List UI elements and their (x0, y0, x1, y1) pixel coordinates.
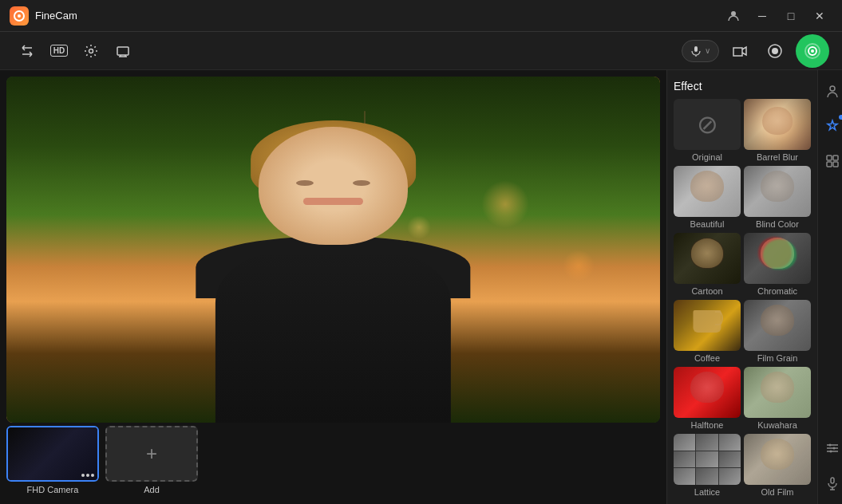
titlebar-controls: ─ □ ✕ (721, 5, 832, 27)
camera-thumb-label: FHD Camera (27, 485, 79, 494)
effect-lattice[interactable]: Lattice (674, 434, 741, 498)
effect-lattice-label: Lattice (694, 487, 720, 497)
svg-point-8 (772, 48, 778, 54)
side-account-button[interactable] (818, 77, 842, 105)
effect-chromatic-label: Chromatic (757, 286, 797, 296)
dropdown-arrow: ∨ (705, 46, 710, 55)
effect-kuwahara-thumb (744, 367, 811, 418)
fhd-camera-thumb[interactable] (6, 426, 99, 482)
person-body (215, 251, 451, 423)
effect-blind-color-thumb (744, 166, 811, 217)
side-effects-button[interactable] (818, 112, 842, 140)
active-dot (839, 115, 842, 120)
virtual-bg-button[interactable] (109, 37, 137, 65)
svg-point-11 (811, 49, 814, 53)
titlebar: FineCam ─ □ ✕ (0, 0, 842, 32)
svg-rect-23 (831, 478, 834, 483)
account-button[interactable] (721, 5, 746, 27)
video-preview (6, 77, 660, 423)
effect-coffee-thumb (674, 300, 741, 351)
camera-button[interactable] (725, 37, 754, 65)
thumb-dots (81, 474, 94, 477)
svg-point-1 (18, 14, 21, 18)
svg-point-21 (833, 447, 836, 450)
effect-blind-color-label: Blind Color (756, 219, 799, 229)
record-button[interactable] (761, 37, 789, 65)
app-logo (10, 6, 29, 26)
effect-chromatic-thumb (744, 233, 811, 284)
effect-panel-title: Effect (674, 77, 811, 99)
close-button[interactable]: ✕ (807, 5, 832, 27)
mic-dropdown[interactable]: ∨ (682, 40, 719, 62)
effect-lattice-thumb (674, 434, 741, 485)
effect-original-label: Original (692, 152, 722, 162)
side-adjust-button[interactable] (818, 434, 842, 463)
effect-kuwahara-label: Kuwahara (757, 420, 797, 430)
settings-button[interactable] (77, 37, 105, 65)
video-image (6, 77, 660, 423)
svg-point-22 (830, 451, 832, 453)
thumb-inner (8, 427, 97, 480)
effect-cartoon[interactable]: Cartoon (674, 233, 741, 297)
app-title: FineCam (35, 10, 77, 22)
toolbar-center: ∨ (682, 34, 829, 68)
minimize-button[interactable]: ─ (749, 5, 775, 27)
effect-barrel-blur[interactable]: Barrel Blur (744, 99, 811, 163)
svg-point-3 (89, 49, 93, 53)
side-mic-button[interactable] (818, 469, 842, 498)
effect-old-film-label: Old Film (761, 487, 794, 497)
add-thumb-item: + Add (105, 426, 198, 494)
effect-cartoon-thumb (674, 233, 741, 284)
live-button[interactable] (796, 34, 829, 68)
person-head (259, 127, 408, 245)
svg-rect-13 (827, 156, 832, 160)
add-camera-button[interactable]: + (105, 426, 198, 482)
side-stickers-button[interactable] (818, 147, 842, 175)
camera-thumb-item: FHD Camera (6, 426, 99, 494)
effect-kuwahara[interactable]: Kuwahara (744, 367, 811, 431)
hd-button[interactable]: HD (45, 37, 73, 65)
effect-halftone-thumb (674, 367, 741, 418)
thumbnails-row: FHD Camera + Add (6, 423, 660, 498)
svg-point-2 (731, 11, 736, 16)
effect-old-film[interactable]: Old Film (744, 434, 811, 498)
main-content: FHD Camera + Add Effect ⊘ Original (0, 70, 842, 504)
effect-old-film-thumb (744, 434, 811, 485)
effect-panel: Effect ⊘ Original Barrel Blur (667, 70, 817, 504)
side-icons (817, 70, 842, 504)
effect-film-grain[interactable]: Film Grain (744, 300, 811, 364)
maximize-button[interactable]: □ (778, 5, 804, 27)
effect-original[interactable]: ⊘ Original (674, 99, 741, 163)
effect-chromatic[interactable]: Chromatic (744, 233, 811, 297)
video-area: FHD Camera + Add (0, 70, 666, 504)
effect-cartoon-label: Cartoon (691, 286, 722, 296)
person-silhouette (137, 111, 529, 423)
effect-halftone[interactable]: Halftone (674, 367, 741, 431)
effect-film-grain-thumb (744, 300, 811, 351)
svg-rect-15 (827, 162, 832, 167)
effect-beautiful-thumb (674, 166, 741, 217)
svg-point-20 (829, 444, 832, 447)
switch-button[interactable] (13, 37, 42, 65)
effect-beautiful-label: Beautiful (690, 219, 725, 229)
titlebar-left: FineCam (10, 6, 77, 26)
effect-blind-color[interactable]: Blind Color (744, 166, 811, 230)
toolbar: HD ∨ (0, 32, 842, 70)
right-panel: Effect ⊘ Original Barrel Blur (666, 70, 842, 504)
effect-original-thumb: ⊘ (674, 99, 741, 150)
add-label: Add (144, 485, 160, 494)
effect-film-grain-label: Film Grain (757, 353, 798, 363)
svg-rect-5 (694, 46, 698, 52)
effect-barrel-blur-thumb (744, 99, 811, 150)
effect-coffee[interactable]: Coffee (674, 300, 741, 364)
svg-rect-16 (833, 162, 838, 167)
svg-rect-4 (117, 47, 128, 55)
effect-beautiful[interactable]: Beautiful (674, 166, 741, 230)
effect-halftone-label: Halftone (691, 420, 724, 430)
svg-point-12 (830, 86, 835, 91)
effect-coffee-label: Coffee (694, 353, 720, 363)
effects-grid: ⊘ Original Barrel Blur (674, 99, 811, 498)
effect-barrel-blur-label: Barrel Blur (757, 152, 798, 162)
svg-rect-14 (833, 156, 838, 160)
